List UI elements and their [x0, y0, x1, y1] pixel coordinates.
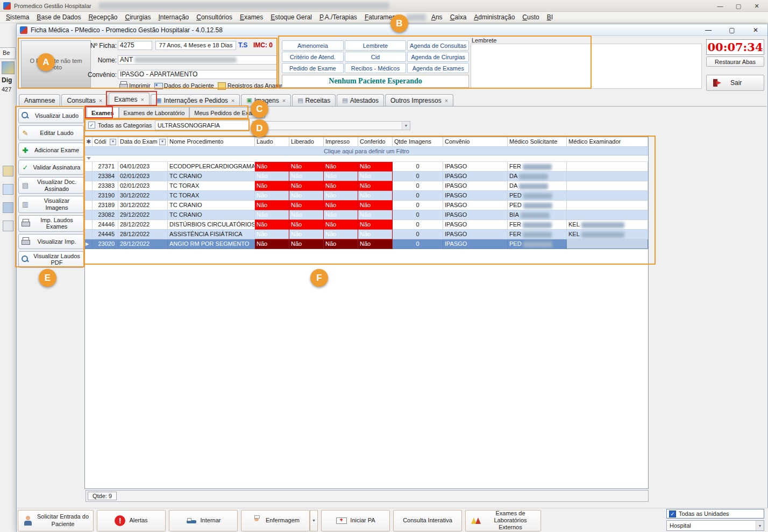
- toolbar-button-solicitar-entrada-do-paciente[interactable]: Solicitar Entrada do Paciente: [18, 510, 94, 531]
- tab-consultas[interactable]: Consultas×: [61, 94, 108, 106]
- subtab-exames-de-laboratorio[interactable]: Exames de Laboratório: [119, 107, 190, 118]
- menu-item-p-a-terapias[interactable]: P.A./Terapias: [316, 12, 361, 22]
- quick-button-pedido-de-exame[interactable]: Pedido de Exame: [282, 63, 344, 73]
- sidebar-button-visualizar-imp[interactable]: Visualizar Imp.: [18, 234, 84, 249]
- patient-name-field[interactable]: ANT: [118, 55, 277, 65]
- quick-button-agenda-de-cirurgias[interactable]: Agenda de Cirurgias: [407, 52, 469, 62]
- column-header-convenio[interactable]: Convênio: [443, 137, 508, 147]
- secondary-combo[interactable]: ▼: [252, 121, 410, 130]
- quick-button-cid[interactable]: Cid: [345, 52, 407, 62]
- column-header-impresso[interactable]: Impresso: [324, 137, 358, 147]
- quick-button-amenorreia[interactable]: Amenorreia: [282, 40, 344, 51]
- patient-action-imprimir[interactable]: Imprimir: [119, 81, 151, 90]
- sidebar-button-imp-laudos-exames[interactable]: Imp. Laudos Exames: [18, 215, 84, 232]
- tab-anamnese[interactable]: Anamnese: [19, 94, 60, 106]
- toolbar-button-enfermagem[interactable]: Enfermagem: [241, 510, 310, 531]
- exam-row-23383[interactable]: 2338302/01/2023TC TORAXNãoNãoNãoNão0IPAS…: [85, 181, 648, 191]
- toolbar-button-consulta-interativa[interactable]: Consulta Interativa: [393, 510, 462, 531]
- grid-filter-hint[interactable]: Clique aqui para definir um Filtro: [85, 147, 648, 155]
- minimize-icon[interactable]: —: [702, 24, 715, 36]
- column-header-codi[interactable]: Códi▼: [93, 137, 118, 147]
- column-header-qtde-imagens[interactable]: Qtde Imagens: [393, 137, 443, 147]
- close-tab-icon[interactable]: ×: [445, 97, 448, 104]
- todas-unidades-checkbox[interactable]: ✓: [669, 510, 676, 517]
- tab-internacoes-e-pedidos[interactable]: ▦Internações e Pedidos×: [151, 94, 240, 106]
- exam-row-23384[interactable]: 2338402/01/2023TC CRANIONãoNãoNãoNão0IPA…: [85, 172, 648, 181]
- exam-row-24446[interactable]: 2444628/12/2022DISTÚRBIOS CIRCULATÓRIOSN…: [85, 220, 648, 230]
- ficha-number-field[interactable]: 4275: [118, 41, 152, 50]
- menu-item-internacao[interactable]: Internação: [155, 12, 193, 22]
- filter-arrow-icon[interactable]: ▼: [110, 139, 116, 145]
- exam-row-23189[interactable]: 2318930/12/2022TC CRANIONãoNãoNãoNão0IPA…: [85, 201, 648, 210]
- category-combo[interactable]: ULTRASSONOGRAFIA: [155, 120, 249, 130]
- exam-row-27371[interactable]: 2737104/01/2023ECODOPPLERCARDIOGRAMANãoN…: [85, 162, 648, 172]
- sidebar-button-visualizar-laudo[interactable]: Visualizar Laudo: [18, 108, 84, 123]
- exam-row-23020[interactable]: ▶2302028/12/2022ANGIO RM POR SEGMENTONão…: [85, 239, 648, 249]
- quick-button-recibos-medicos[interactable]: Recibos - Médicos: [345, 63, 407, 73]
- close-icon[interactable]: ✕: [748, 0, 766, 12]
- tab-atestados[interactable]: ▤Atestados: [337, 94, 384, 106]
- exam-row-23082[interactable]: 2308229/12/2022TC CRANIONãoNãoNãoNão0IPA…: [85, 210, 648, 220]
- quick-button-agenda-de-consultas[interactable]: Agenda de Consultas: [407, 40, 469, 51]
- filter-arrow-icon[interactable]: ▼: [159, 139, 166, 145]
- menu-item-custo[interactable]: Custo: [518, 12, 543, 22]
- menu-item-recepcao[interactable]: Recepção: [84, 12, 121, 22]
- column-header-conferido[interactable]: Conferido: [358, 137, 393, 147]
- menu-item-administracao[interactable]: Administração: [470, 12, 518, 22]
- sidebar-button-editar-laudo[interactable]: ✎Editar Laudo: [18, 125, 84, 140]
- close-tab-icon[interactable]: ×: [282, 97, 286, 104]
- restore-tabs-button[interactable]: Restaurar Abas: [706, 56, 764, 67]
- sidebar-button-visualizar-imagens[interactable]: ▥Visualizar Imagens: [18, 196, 84, 212]
- column-header-medico-examinador[interactable]: Médico Examinador: [567, 137, 648, 147]
- maximize-icon[interactable]: ▢: [729, 0, 748, 12]
- toolbar-button-internar[interactable]: Internar: [169, 510, 238, 531]
- exam-row-23190[interactable]: 2319030/12/2022TC TORAXNãoNãoNãoNão0IPAS…: [85, 191, 648, 201]
- menu-item-bi[interactable]: BI: [543, 12, 557, 22]
- sidebar-button-validar-assinatura[interactable]: ✓Validar Assinatura: [18, 160, 84, 175]
- sidebar-button-visualizar-laudos-pdf[interactable]: Visualizar Laudos PDF: [18, 251, 84, 268]
- column-header-nome-procedimento[interactable]: Nome Procedimento: [168, 137, 255, 147]
- todas-categorias-checkbox[interactable]: ✓: [88, 122, 95, 129]
- chevron-down-icon[interactable]: ▼: [402, 122, 410, 130]
- tab-receitas[interactable]: ▤Receitas: [292, 94, 336, 106]
- patient-action-dados-do-paciente[interactable]: Dados do Paciente: [154, 81, 214, 90]
- menu-item-estoque-geral[interactable]: Estoque Geral: [267, 12, 316, 22]
- column-header-laudo[interactable]: Laudo: [255, 137, 289, 147]
- lembrete-memo[interactable]: [471, 44, 702, 89]
- sidebar-button-visualizar-doc-assinado[interactable]: ▤Visualizar Doc. Assinado: [18, 177, 84, 194]
- toolbar-button-exames-de-laboratorios-externos[interactable]: Exames de Laboratórios Externos: [465, 510, 541, 531]
- grid-filter-row[interactable]: [85, 155, 648, 162]
- menu-item-cirurgias[interactable]: Cirurgias: [121, 12, 154, 22]
- close-icon[interactable]: ✕: [749, 24, 762, 36]
- tab-outros-impressos[interactable]: Outros Impressos×: [385, 94, 453, 106]
- quick-button-lembrete[interactable]: Lembrete: [345, 40, 407, 51]
- quick-button-agenda-de-exames[interactable]: Agenda de Exames: [407, 63, 469, 73]
- exam-row-24445[interactable]: 2444528/12/2022ASSISTÊNCIA FISIÁTRICANão…: [85, 230, 648, 239]
- todas-unidades-row[interactable]: ✓ Todas as Unidades: [666, 509, 764, 519]
- toolbar-button-iniciar-pa[interactable]: Iniciar PA: [321, 510, 390, 531]
- menu-item-caixa[interactable]: Caixa: [446, 12, 471, 22]
- column-header-data-do-exam[interactable]: Data do Exam▼: [118, 137, 168, 147]
- column-header-liberado[interactable]: Liberado: [289, 137, 324, 147]
- unit-combo[interactable]: Hospital ▼: [666, 520, 764, 531]
- quick-button-criterio-de-atend[interactable]: Critério de Atend.: [282, 52, 344, 62]
- menu-item-sistema[interactable]: Sistema: [2, 12, 33, 22]
- menu-item-base-de-dados[interactable]: Base de Dados: [33, 12, 84, 22]
- exit-button[interactable]: Sair: [706, 75, 764, 91]
- chevron-down-icon[interactable]: ▼: [756, 521, 764, 530]
- tab-exames[interactable]: Exames×: [109, 93, 150, 106]
- maximize-icon[interactable]: ▢: [726, 24, 738, 36]
- toolbar-button-alertas[interactable]: !Alertas: [97, 510, 166, 531]
- close-tab-icon[interactable]: ×: [99, 97, 102, 104]
- toolbar-dropdown-button[interactable]: ▼: [310, 510, 318, 531]
- ts-link[interactable]: T.S: [238, 41, 247, 49]
- column-header-medico-solicitante[interactable]: Médico Solicitante: [508, 137, 567, 147]
- menu-item-consultorios[interactable]: Consultórios: [193, 12, 236, 22]
- menu-item-ans[interactable]: Ans: [428, 12, 446, 22]
- sidebar-button-adicionar-exame[interactable]: ✚Adicionar Exame: [18, 143, 84, 158]
- close-tab-icon[interactable]: ×: [231, 97, 234, 104]
- subtab-exames[interactable]: Exames: [87, 107, 119, 118]
- close-tab-icon[interactable]: ×: [141, 96, 144, 103]
- minimize-icon[interactable]: —: [711, 0, 729, 12]
- menu-item-exames[interactable]: Exames: [236, 12, 267, 22]
